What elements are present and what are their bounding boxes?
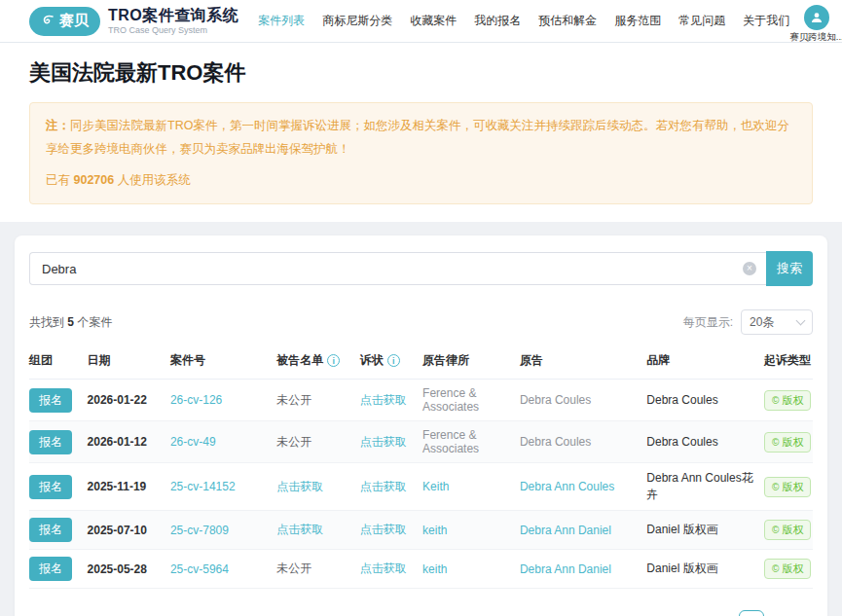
plaintiff-cell: Debra Coules — [520, 435, 646, 449]
signup-button[interactable]: 报名 — [29, 518, 72, 542]
table-body: 报名 2026-01-22 26-cv-126 未公开 点击获取 Ference… — [29, 380, 813, 589]
nav-item[interactable]: 案件列表 — [258, 13, 305, 29]
law-firm-cell[interactable]: Keith — [422, 480, 520, 493]
search-input[interactable] — [29, 252, 766, 285]
search-button[interactable]: 搜索 — [766, 251, 813, 286]
column-label: 原告律所 — [422, 352, 469, 369]
results-card: × 搜索 共找到 5 个案件 每页显示: 20条 组团 日期 案件号 被告名单 … — [15, 236, 827, 616]
nav-item[interactable]: 常见问题 — [678, 13, 725, 29]
defendants-cell[interactable]: 点击获取 — [276, 479, 359, 495]
case-number-link[interactable]: 26-cv-126 — [170, 393, 222, 407]
law-firm-cell[interactable]: keith — [422, 562, 520, 576]
avatar[interactable] — [804, 5, 829, 30]
table-header-row: 组团 日期 案件号 被告名单 i 诉状 i 原告律所 原告 品牌 起诉类型 — [29, 343, 813, 380]
column-label: 组团 — [29, 352, 53, 369]
defendants-cell[interactable]: 点击获取 — [276, 522, 359, 538]
clear-icon[interactable]: × — [743, 262, 756, 275]
case-type-badge: © 版权 — [764, 432, 811, 453]
signup-button[interactable]: 报名 — [29, 557, 72, 581]
nav-item[interactable]: 预估和解金 — [538, 13, 597, 29]
table-row: 报名 2026-01-12 26-cv-49 未公开 点击获取 Ference … — [29, 421, 813, 463]
case-number-link[interactable]: 26-cv-49 — [170, 435, 216, 449]
column-header: 诉状 i — [360, 352, 422, 369]
brand-title: TRO案件查询系统 — [108, 7, 238, 24]
page-title: 美国法院最新TRO案件 — [29, 58, 813, 88]
nav-item[interactable]: 商标尼斯分类 — [322, 13, 392, 29]
case-type-badge: © 版权 — [764, 559, 811, 579]
case-number-link[interactable]: 25-cv-14152 — [170, 480, 236, 493]
user-icon — [809, 10, 824, 25]
column-header: 案件号 — [170, 352, 276, 369]
plaintiff-cell: Debra Coules — [520, 393, 646, 407]
column-header: 日期 — [88, 352, 170, 369]
complaint-link[interactable]: 点击获取 — [360, 480, 407, 493]
copyright-icon: © — [772, 395, 779, 406]
column-label: 品牌 — [646, 352, 670, 369]
main-nav: 案件列表商标尼斯分类收藏案件我的报名预估和解金服务范围常见问题关于我们 — [258, 13, 789, 29]
signup-button[interactable]: 报名 — [29, 430, 72, 454]
complaint-link[interactable]: 点击获取 — [360, 393, 407, 407]
user-name: 赛贝跨境知... — [789, 31, 842, 44]
nav-item[interactable]: 关于我们 — [743, 13, 789, 29]
law-firm-cell: Ference & Associates — [422, 386, 520, 414]
table-row: 报名 2025-11-19 25-cv-14152 点击获取 点击获取 Keit… — [29, 463, 813, 511]
case-type-label: 版权 — [782, 523, 803, 537]
law-firm-cell[interactable]: keith — [422, 524, 520, 537]
column-header: 被告名单 i — [276, 352, 359, 369]
page-header-section: 美国法院最新TRO案件 注：同步美国法院最新TRO案件，第一时间掌握诉讼进展；如… — [0, 43, 842, 222]
brand-cell: Debra Coules — [646, 393, 764, 407]
plaintiff-cell[interactable]: Debra Ann Coules — [520, 480, 646, 493]
column-label: 案件号 — [170, 352, 205, 369]
column-header: 品牌 — [646, 352, 764, 369]
info-icon[interactable]: i — [327, 354, 340, 367]
saibei-logo[interactable]: 赛贝 — [29, 7, 100, 36]
page-size-value: 20条 — [750, 314, 774, 331]
column-header: 组团 — [29, 352, 88, 369]
case-type-badge: © 版权 — [764, 520, 811, 540]
column-header: 起诉类型 — [764, 352, 813, 369]
column-header: 原告 — [520, 352, 646, 369]
case-type-badge: © 版权 — [764, 390, 811, 411]
table-row: 报名 2026-01-22 26-cv-126 未公开 点击获取 Ference… — [29, 380, 813, 421]
complaint-link[interactable]: 点击获取 — [360, 523, 407, 536]
cases-table: 组团 日期 案件号 被告名单 i 诉状 i 原告律所 原告 品牌 起诉类型 报名… — [29, 343, 813, 589]
page-number[interactable]: 1 — [739, 610, 764, 616]
nav-item[interactable]: 我的报名 — [474, 13, 521, 29]
header: 赛贝 TRO案件查询系统 TRO Case Query System 案件列表商… — [0, 0, 842, 43]
copyright-icon: © — [772, 437, 779, 448]
brand-cell: Debra Ann Coules花卉 — [646, 470, 764, 503]
case-date: 2025-11-19 — [88, 480, 170, 493]
case-number-link[interactable]: 25-cv-5964 — [170, 562, 229, 576]
case-number-link[interactable]: 25-cv-7809 — [170, 524, 229, 537]
search-bar: × 搜索 — [29, 251, 813, 286]
complaint-link[interactable]: 点击获取 — [360, 435, 407, 449]
case-type-label: 版权 — [782, 480, 803, 494]
brand-cell: Debra Coules — [646, 435, 764, 449]
plaintiff-cell[interactable]: Debra Ann Daniel — [520, 562, 646, 576]
notice-text: 注：同步美国法院最新TRO案件，第一时间掌握诉讼进展；如您涉及相关案件，可收藏关… — [46, 115, 796, 162]
usage-count-text: 已有 902706 人使用该系统 — [46, 169, 796, 193]
nav-item[interactable]: 服务范围 — [614, 13, 661, 29]
page-size-control: 每页显示: 20条 — [683, 309, 813, 335]
user-block: 赛贝跨境知... — [789, 5, 842, 44]
copyright-icon: © — [772, 525, 779, 535]
plaintiff-cell[interactable]: Debra Ann Daniel — [520, 524, 646, 537]
defendants-cell: 未公开 — [276, 392, 359, 409]
saibei-swirl-icon — [41, 14, 55, 28]
case-type-badge: © 版权 — [764, 477, 811, 497]
copyright-icon: © — [772, 563, 779, 574]
page-size-select[interactable]: 20条 — [741, 309, 813, 335]
info-icon[interactable]: i — [387, 354, 400, 367]
case-type-label: 版权 — [782, 435, 803, 450]
pagination: ‹ 1 › — [29, 610, 813, 616]
nav-item[interactable]: 收藏案件 — [410, 13, 457, 29]
column-label: 日期 — [88, 352, 111, 369]
complaint-link[interactable]: 点击获取 — [360, 562, 407, 575]
signup-button[interactable]: 报名 — [29, 388, 72, 413]
case-date: 2025-07-10 — [88, 524, 170, 537]
brand-subtitle: TRO Case Query System — [108, 25, 238, 35]
column-label: 诉状 — [360, 352, 384, 369]
signup-button[interactable]: 报名 — [29, 475, 72, 499]
column-header: 原告律所 — [422, 352, 520, 369]
case-type-label: 版权 — [782, 393, 803, 408]
